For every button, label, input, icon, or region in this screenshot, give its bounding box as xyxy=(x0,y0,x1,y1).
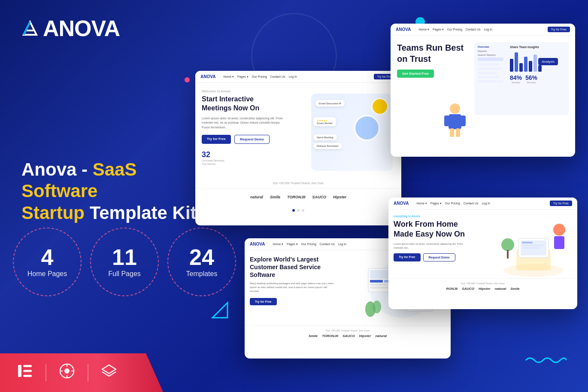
card1-logo: ANOVA xyxy=(200,74,215,79)
svg-marker-14 xyxy=(102,365,116,374)
card3-badge: Launching to Anova xyxy=(394,215,491,218)
card3-brand-section: Our +50,000 Trusted Teams Join Over RONJ… xyxy=(388,278,577,294)
card1-brands: natural Smile TORONJII SAUCO Hipster xyxy=(195,188,401,206)
svg-rect-7 xyxy=(23,375,32,377)
wordpress-icon xyxy=(59,363,75,382)
card1-mini-stats: 32 Cancelled MeetingsThis Months xyxy=(202,150,300,166)
svg-rect-26 xyxy=(522,245,543,246)
card1-try-btn: Try for Free xyxy=(202,135,231,144)
card-center: ANOVA Home ▾ Pages ▾ Our Pricing Contact… xyxy=(195,71,401,225)
svg-rect-5 xyxy=(23,365,32,367)
card3-nav-btn: Try for Free xyxy=(550,201,572,206)
svg-rect-17 xyxy=(444,115,449,126)
dot-pink xyxy=(185,77,190,82)
card4-brand-section: Our +50,000 Trusted Teams Join Over Smil… xyxy=(245,325,451,341)
stat-home-pages: 4 Home Pages xyxy=(13,228,82,296)
separator-1 xyxy=(45,364,46,381)
triangle-decoration xyxy=(210,301,230,322)
card3-navbar: ANOVA Home ▾ Pages ▾ Our Pricing Contact… xyxy=(388,198,577,210)
svg-point-48 xyxy=(373,301,381,313)
card2-headline: Teams Run Best on Trust xyxy=(397,42,470,64)
card1-hero: Welcome to Anova Start InteractiveMeetin… xyxy=(195,83,401,182)
card4-hero-left: Explore World's Largest Customer Based S… xyxy=(250,255,356,320)
stat-templates: 24 Templates xyxy=(167,228,236,296)
card3-illustration xyxy=(495,215,572,273)
main-heading: Anova - SaaS Software Startup Template K… xyxy=(21,159,202,224)
card4-nav-links: Home ▾ Pages ▾ Our Pricing Contact Us Lo… xyxy=(273,243,346,246)
card3-hero-left: Launching to Anova Work From Home Made E… xyxy=(394,215,491,273)
card2-nav-btn: Try for Free xyxy=(548,27,570,32)
card3-logo: ANOVA xyxy=(394,201,409,206)
card2-dash-sidebar: Overview Reports Search Reports xyxy=(478,46,508,112)
card1-stat: 32 Cancelled MeetingsThis Months xyxy=(202,150,224,166)
brand-name: ANOVA xyxy=(43,17,120,40)
card1-illustration: Email Discussion ✉ ★★★★★ Smart Worker Sp… xyxy=(300,89,395,175)
card3-buttons: Try for Free Request Demo xyxy=(394,253,491,261)
card2-nav-links: Home ▾ Pages ▾ Our Pricing Contact Us Lo… xyxy=(418,28,492,31)
card2-cta-btn: Get Started Free xyxy=(397,70,434,78)
card-bottom-right: ANOVA Home ▾ Pages ▾ Our Pricing Contact… xyxy=(388,198,577,309)
card1-nav-links: Home ▾ Pages ▾ Our Pricing Contact Us Lo… xyxy=(223,75,297,79)
svg-rect-27 xyxy=(522,247,539,249)
svg-line-2 xyxy=(24,22,30,35)
stat-full-pages: 11 Full Pages xyxy=(90,228,159,296)
svg-rect-31 xyxy=(507,250,509,258)
svg-rect-16 xyxy=(449,114,461,129)
card1-badge: Welcome to Anova xyxy=(202,89,300,93)
card1-demo-btn: Request Demo xyxy=(234,135,270,144)
card4-try-btn: Try for Free xyxy=(250,298,277,305)
wavy-decoration xyxy=(524,354,567,368)
card2-dashboard: Overview Reports Search Reports Share Te… xyxy=(474,42,569,115)
card3-demo-btn: Request Demo xyxy=(423,253,455,261)
card1-hero-left: Welcome to Anova Start InteractiveMeetin… xyxy=(202,89,300,175)
svg-rect-20 xyxy=(456,128,460,137)
card2-logo: ANOVA xyxy=(396,27,411,32)
card2-person xyxy=(442,103,468,140)
card2-hero: Teams Run Best on Trust Get Started Free… xyxy=(391,36,575,122)
svg-marker-3 xyxy=(212,303,227,318)
card4-logo: ANOVA xyxy=(250,242,265,246)
card-top-right: ANOVA Home ▾ Pages ▾ Our Pricing Contact… xyxy=(391,24,575,157)
svg-point-15 xyxy=(450,103,460,114)
card1-brand-tagline: Our +50,000 Trusted Teams Join Over xyxy=(195,182,401,185)
card2-dash-main: Share Team Insights Analysis 84% xyxy=(510,46,565,112)
svg-rect-19 xyxy=(450,128,454,137)
svg-rect-6 xyxy=(23,370,32,372)
card3-hero: Launching to Anova Work From Home Made E… xyxy=(388,210,577,278)
layers-icon xyxy=(101,363,117,382)
svg-point-9 xyxy=(64,368,70,374)
card4-headline: Explore World's Largest Customer Based S… xyxy=(250,255,336,279)
card4-sub: Many desktop publishing packages and web… xyxy=(250,282,336,293)
elementor-icon xyxy=(17,363,33,382)
svg-rect-35 xyxy=(370,280,383,283)
card1-brand-section: Our +50,000 Trusted Teams Join Over natu… xyxy=(195,182,401,206)
card1-navbar: ANOVA Home ▾ Pages ▾ Our Pricing Contact… xyxy=(195,71,401,83)
svg-rect-25 xyxy=(522,242,533,243)
logo-area: ANOVA xyxy=(21,17,120,40)
svg-point-28 xyxy=(553,224,565,236)
card4-buttons: Try for Free xyxy=(250,297,356,304)
headline: Anova - SaaS Software Startup Template K… xyxy=(21,159,202,224)
card3-headline: Work From Home Made Easy Now On xyxy=(394,219,471,240)
card1-dots xyxy=(195,206,401,215)
card3-nav-links: Home ▾ Pages ▾ Our Pricing Contact Us Lo… xyxy=(416,202,490,205)
svg-rect-18 xyxy=(461,115,466,126)
svg-rect-4 xyxy=(18,365,21,377)
svg-marker-0 xyxy=(24,22,36,35)
card2-percentages: 84% Weekly 56% Monthly xyxy=(510,74,565,84)
svg-point-30 xyxy=(501,238,514,251)
card1-subtext: Lorem ipsum dolor sit amet, consectetur … xyxy=(202,116,283,130)
stats-row: 4 Home Pages 11 Full Pages 24 Templates xyxy=(13,228,236,296)
svg-rect-29 xyxy=(554,236,564,249)
logo-icon xyxy=(21,20,39,37)
card2-badge: Analysis xyxy=(538,58,558,65)
card3-sub: Lorem ipsum dolor sit amet, consectetur … xyxy=(394,242,471,250)
card3-try-btn: Try for Free xyxy=(394,253,421,261)
separator-2 xyxy=(88,364,88,381)
card2-navbar: ANOVA Home ▾ Pages ▾ Our Pricing Contact… xyxy=(391,24,575,36)
card1-headline: Start InteractiveMeetings Now On xyxy=(202,95,288,113)
bottom-bar xyxy=(0,353,163,392)
card1-buttons: Try for Free Request Demo xyxy=(202,135,300,144)
